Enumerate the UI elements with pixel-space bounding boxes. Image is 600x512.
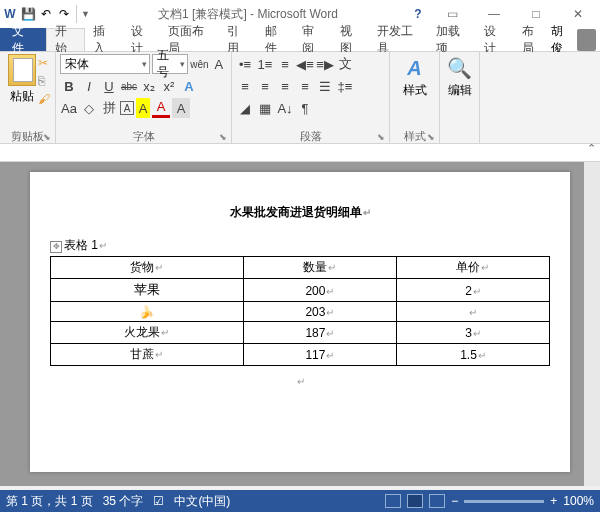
zoom-out-button[interactable]: − (451, 494, 458, 508)
ribbon-tabs: 文件 开始 插入 设计 页面布局 引用 邮件 审阅 视图 开发工具 加载项 设计… (0, 28, 600, 52)
shading-button[interactable]: ◢ (236, 98, 254, 118)
document-title[interactable]: 水果批发商进退货明细单↵ (50, 202, 550, 221)
header-cell[interactable]: 数量↵ (243, 257, 396, 279)
tab-table-design[interactable]: 设计 (476, 28, 514, 51)
increase-indent-button[interactable]: ≡▶ (316, 54, 334, 74)
table-row[interactable]: 火龙果↵187↵3↵ (51, 322, 550, 344)
subscript-button[interactable]: x₂ (140, 76, 158, 96)
group-clipboard: 粘贴 ✂ ⎘ 🖌 剪贴板 ⬊ (0, 52, 56, 143)
table-row[interactable]: 🍌203↵↵ (51, 302, 550, 322)
align-left-button[interactable]: ≡ (236, 76, 254, 96)
char-border-button[interactable]: A (120, 101, 134, 115)
tab-review[interactable]: 审阅 (294, 28, 332, 51)
text-effects-button[interactable]: A (180, 76, 198, 96)
format-painter-icon[interactable]: 🖌 (38, 92, 52, 106)
title-bar: W 💾 ↶ ↷ ▼ 文档1 [兼容模式] - Microsoft Word ? … (0, 0, 600, 28)
tab-table-layout[interactable]: 布局 (514, 28, 552, 51)
styles-icon[interactable]: A (401, 54, 429, 82)
clipboard-launcher-icon[interactable]: ⬊ (43, 132, 53, 142)
document-area[interactable]: 水果批发商进退货明细单↵ ✥表格 1↵ 货物↵ 数量↵ 单价↵ 苹果200↵2↵… (0, 162, 600, 486)
font-size-select[interactable]: 五号 (152, 54, 189, 74)
paste-button[interactable]: 粘贴 (4, 54, 40, 105)
zoom-in-button[interactable]: + (550, 494, 557, 508)
copy-icon[interactable]: ⎘ (38, 74, 52, 88)
shrink-font-button[interactable]: A (210, 54, 227, 74)
tab-references[interactable]: 引用 (219, 28, 257, 51)
qat-separator (76, 5, 77, 23)
edit-button[interactable]: 编辑 (448, 82, 472, 99)
styles-launcher-icon[interactable]: ⬊ (427, 132, 437, 142)
strike-button[interactable]: abc (120, 76, 138, 96)
italic-button[interactable]: I (80, 76, 98, 96)
find-icon[interactable]: 🔍 (446, 54, 474, 82)
underline-button[interactable]: U (100, 76, 118, 96)
header-cell[interactable]: 单价↵ (396, 257, 549, 279)
font-color-button[interactable]: A (152, 98, 170, 118)
table-caption[interactable]: ✥表格 1↵ (50, 237, 550, 254)
web-layout-button[interactable] (429, 494, 445, 508)
cut-icon[interactable]: ✂ (38, 56, 52, 70)
language-status[interactable]: 中文(中国) (174, 493, 230, 510)
read-mode-button[interactable] (385, 494, 401, 508)
data-table[interactable]: 货物↵ 数量↵ 单价↵ 苹果200↵2↵ 🍌203↵↵ 火龙果↵187↵3↵ 甘… (50, 256, 550, 366)
show-marks-button[interactable]: ¶ (296, 98, 314, 118)
bold-button[interactable]: B (60, 76, 78, 96)
borders-button[interactable]: ▦ (256, 98, 274, 118)
table-row[interactable]: 苹果200↵2↵ (51, 279, 550, 302)
page-status[interactable]: 第 1 页，共 1 页 (6, 493, 93, 510)
numbering-button[interactable]: 1≡ (256, 54, 274, 74)
horizontal-ruler[interactable] (0, 144, 600, 162)
change-case-button[interactable]: Aa (60, 98, 78, 118)
vertical-scrollbar[interactable] (584, 162, 600, 486)
tab-design[interactable]: 设计 (123, 28, 161, 51)
table-row[interactable]: 甘蔗↵117↵1.5↵ (51, 344, 550, 366)
para-launcher-icon[interactable]: ⬊ (377, 132, 387, 142)
distributed-button[interactable]: ☰ (316, 76, 334, 96)
tab-view[interactable]: 视图 (332, 28, 370, 51)
align-right-button[interactable]: ≡ (276, 76, 294, 96)
word-icon: W (2, 6, 18, 22)
bullets-button[interactable]: •≡ (236, 54, 254, 74)
group-editing: 🔍 编辑 (440, 52, 480, 143)
group-label-paragraph: 段落 (232, 129, 389, 143)
save-icon[interactable]: 💾 (20, 6, 36, 22)
align-center-button[interactable]: ≡ (256, 76, 274, 96)
tab-home[interactable]: 开始 (46, 28, 86, 51)
phonetic-button[interactable]: 拼 (100, 98, 118, 118)
print-layout-button[interactable] (407, 494, 423, 508)
tab-insert[interactable]: 插入 (85, 28, 123, 51)
multilevel-button[interactable]: ≡ (276, 54, 294, 74)
sort-button[interactable]: A↓ (276, 98, 294, 118)
char-shading-button[interactable]: A (172, 98, 190, 118)
line-spacing-button[interactable]: ‡≡ (336, 76, 354, 96)
clear-format-button[interactable]: ◇ (80, 98, 98, 118)
tab-addins[interactable]: 加载项 (428, 28, 476, 51)
grow-font-button[interactable]: wên (190, 54, 208, 74)
justify-button[interactable]: ≡ (296, 76, 314, 96)
table-anchor-icon[interactable]: ✥ (50, 241, 62, 253)
zoom-level[interactable]: 100% (563, 494, 594, 508)
collapse-ribbon-icon[interactable]: ⌃ (587, 142, 596, 155)
window-title: 文档1 [兼容模式] - Microsoft Word (92, 6, 404, 23)
styles-button[interactable]: 样式 (403, 82, 427, 99)
tab-file[interactable]: 文件 (0, 28, 46, 51)
header-cell[interactable]: 货物↵ (51, 257, 244, 279)
tab-mailings[interactable]: 邮件 (257, 28, 295, 51)
word-count[interactable]: 35 个字 (103, 493, 144, 510)
qat-customize-icon[interactable]: ▼ (81, 9, 90, 19)
table-header-row[interactable]: 货物↵ 数量↵ 单价↵ (51, 257, 550, 279)
undo-icon[interactable]: ↶ (38, 6, 54, 22)
asian-layout-button[interactable]: 文 (336, 54, 354, 74)
decrease-indent-button[interactable]: ◀≡ (296, 54, 314, 74)
spell-check-icon[interactable]: ☑ (153, 494, 164, 508)
user-avatar[interactable] (577, 29, 597, 51)
empty-paragraph[interactable]: ↵ (50, 374, 550, 388)
zoom-slider[interactable] (464, 500, 544, 503)
tab-developer[interactable]: 开发工具 (369, 28, 428, 51)
redo-icon[interactable]: ↷ (56, 6, 72, 22)
font-launcher-icon[interactable]: ⬊ (219, 132, 229, 142)
help-icon[interactable]: ? (406, 7, 430, 21)
font-name-select[interactable]: 宋体 (60, 54, 150, 74)
highlight-button[interactable]: A (136, 98, 150, 118)
group-styles: A 样式 样式 ⬊ (390, 52, 440, 143)
